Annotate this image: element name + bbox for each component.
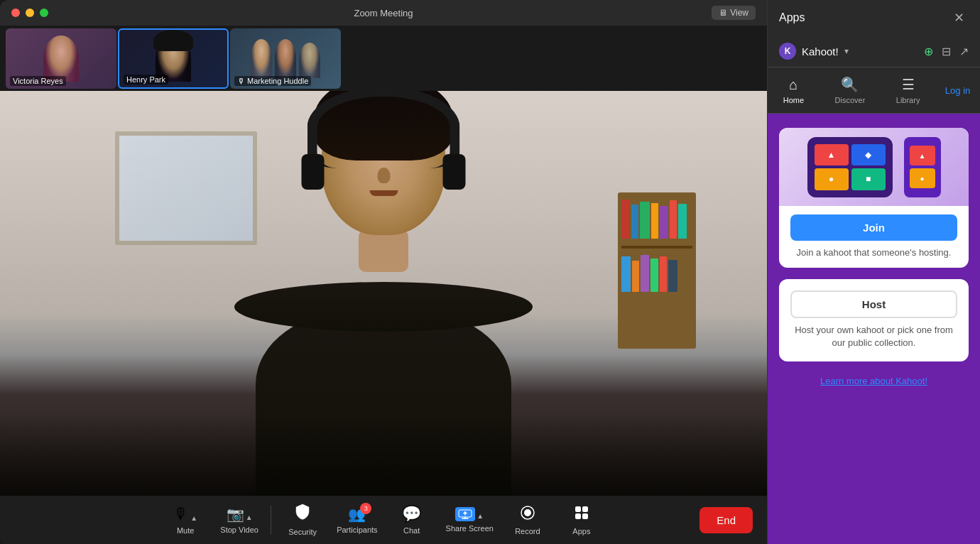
kahoot-chevron-icon: ▾ bbox=[844, 46, 849, 56]
toolbar: 🎙 ▲ Mute 📷 ▲ Stop Video bbox=[0, 496, 767, 544]
share-screen-button[interactable]: ▲ Share Screen bbox=[440, 499, 499, 541]
join-card: ▲ ◆ ● ■ bbox=[779, 128, 969, 268]
join-button[interactable]: Join bbox=[790, 214, 957, 241]
thumbnail-label: Victoria Reyes bbox=[10, 76, 66, 86]
kahoot-filter-icon[interactable]: ⊟ bbox=[942, 45, 951, 58]
minimize-traffic-light[interactable] bbox=[26, 9, 34, 17]
discover-icon: 🔍 bbox=[841, 76, 859, 93]
apps-panel-header: Apps ✕ bbox=[768, 0, 980, 36]
chat-button[interactable]: 💬 Chat bbox=[386, 499, 437, 541]
host-description: Host your own kahoot or pick one from ou… bbox=[790, 324, 957, 349]
close-apps-panel-button[interactable]: ✕ bbox=[949, 8, 969, 28]
share-screen-icon bbox=[455, 507, 475, 521]
apps-panel-title: Apps bbox=[779, 11, 805, 24]
title-bar: Zoom Meeting 🖥 View bbox=[0, 0, 767, 26]
kahoot-bar: K Kahoot! ▾ ⊕ ⊟ ↗ bbox=[768, 36, 980, 67]
shield-icon bbox=[295, 504, 310, 525]
thumbnail-henry[interactable]: Henry Park bbox=[118, 28, 229, 89]
host-card: Host Host your own kahoot or pick one fr… bbox=[779, 279, 969, 361]
kahoot-app-name: Kahoot! bbox=[802, 45, 839, 58]
svg-rect-6 bbox=[582, 513, 588, 519]
kahoot-logo: K bbox=[779, 43, 796, 60]
home-icon: ⌂ bbox=[789, 77, 797, 93]
svg-rect-4 bbox=[582, 506, 588, 512]
apps-nav: ⌂ Home 🔍 Discover ☰ Library Log in bbox=[768, 67, 980, 114]
end-meeting-button[interactable]: End bbox=[699, 507, 753, 533]
kahoot-external-icon[interactable]: ↗ bbox=[959, 45, 969, 58]
join-card-body: Join Join a kahoot that someone's hostin… bbox=[779, 206, 969, 268]
security-button[interactable]: Security bbox=[277, 499, 328, 541]
record-icon bbox=[520, 505, 535, 524]
traffic-lights bbox=[11, 9, 48, 17]
view-button[interactable]: 🖥 View bbox=[712, 6, 756, 20]
video-arrow-icon[interactable]: ▲ bbox=[246, 513, 253, 521]
apps-toolbar-button[interactable]: Apps bbox=[556, 499, 607, 541]
chat-icon: 💬 bbox=[402, 505, 421, 523]
log-in-button[interactable]: Log in bbox=[940, 82, 976, 99]
apps-nav-home[interactable]: ⌂ Home bbox=[772, 74, 815, 107]
toolbar-separator bbox=[271, 506, 271, 534]
host-button[interactable]: Host bbox=[790, 290, 957, 318]
apps-panel: Apps ✕ K Kahoot! ▾ ⊕ ⊟ ↗ ⌂ Home 🔍 bbox=[767, 0, 980, 544]
participants-button[interactable]: 👥 3 Participants bbox=[331, 499, 383, 541]
mute-icon: 🎙 bbox=[173, 505, 189, 523]
thumbnail-victoria[interactable]: Victoria Reyes bbox=[6, 28, 116, 89]
zoom-window: Zoom Meeting 🖥 View Victoria Reyes bbox=[0, 0, 767, 544]
share-arrow-icon[interactable]: ▲ bbox=[477, 512, 484, 520]
apps-icon bbox=[574, 505, 589, 524]
kahoot-brand[interactable]: K Kahoot! ▾ bbox=[779, 43, 849, 60]
svg-rect-5 bbox=[575, 513, 581, 519]
participant-count-badge: 3 bbox=[360, 503, 371, 514]
window-title: Zoom Meeting bbox=[354, 8, 413, 18]
library-icon: ☰ bbox=[902, 76, 915, 93]
apps-content: ▲ ◆ ● ■ bbox=[768, 114, 980, 544]
monitor-icon: 🖥 bbox=[719, 8, 727, 18]
apps-nav-discover[interactable]: 🔍 Discover bbox=[824, 73, 877, 107]
thumbnails-strip: Victoria Reyes Henry Park bbox=[0, 26, 767, 91]
join-description: Join a kahoot that someone's hosting. bbox=[790, 246, 957, 259]
kahoot-icons: ⊕ ⊟ ↗ bbox=[924, 45, 969, 58]
kahoot-game-image: ▲ ◆ ● ■ bbox=[779, 128, 969, 206]
thumbnail-marketing[interactable]: 🎙 Marketing Huddle bbox=[230, 28, 341, 89]
mute-arrow-icon[interactable]: ▲ bbox=[190, 514, 197, 522]
maximize-traffic-light[interactable] bbox=[40, 9, 48, 17]
svg-rect-3 bbox=[575, 506, 581, 512]
learn-more-button[interactable]: Learn more about Kahoot! bbox=[820, 376, 927, 386]
svg-point-2 bbox=[524, 509, 531, 516]
mute-button[interactable]: 🎙 ▲ Mute bbox=[160, 499, 211, 541]
thumbnail-label: 🎙 Marketing Huddle bbox=[234, 76, 311, 86]
stop-video-button[interactable]: 📷 ▲ Stop Video bbox=[214, 499, 265, 541]
thumbnail-label: Henry Park bbox=[124, 75, 168, 85]
kahoot-add-icon[interactable]: ⊕ bbox=[924, 45, 933, 58]
camera-icon: 📷 bbox=[227, 506, 244, 523]
main-video bbox=[0, 91, 767, 496]
close-traffic-light[interactable] bbox=[11, 9, 20, 17]
apps-nav-library[interactable]: ☰ Library bbox=[885, 73, 932, 107]
record-button[interactable]: Record bbox=[502, 499, 553, 541]
